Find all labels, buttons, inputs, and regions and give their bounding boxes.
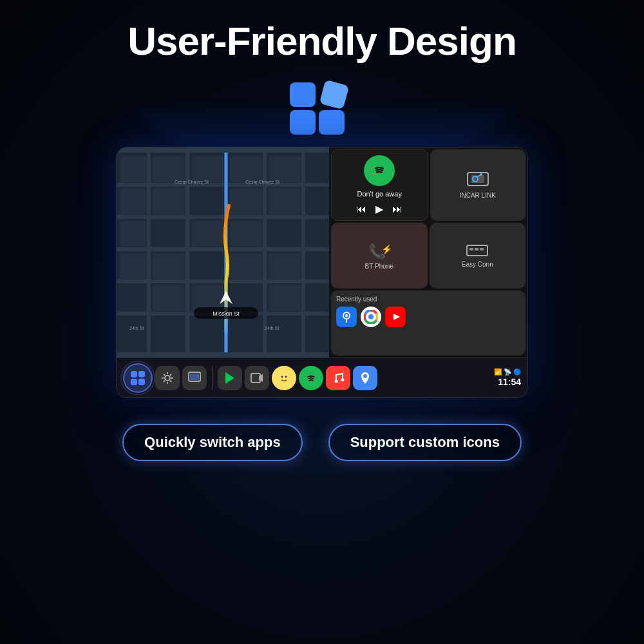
svg-rect-35 [120,285,146,311]
map-area: Mission St Cesar Chavez St Cesar Chavez … [117,147,329,357]
svg-rect-65 [138,371,145,377]
spotify-taskbar-icon[interactable] [299,366,323,390]
svg-rect-21 [153,189,185,214]
svg-marker-71 [225,372,234,384]
svg-point-78 [335,379,338,383]
taskbar: 📶 📡 🔵 11:54 [117,357,527,397]
bt-phone-icon: 📞 ⚡ [367,241,392,260]
page-title: User-Friendly Design [128,19,516,63]
play-icon[interactable]: ▶ [375,203,383,215]
easy-conn-card[interactable]: Easy Conn [430,223,526,289]
svg-rect-36 [153,285,185,311]
maps-app-icon[interactable] [336,307,357,327]
svg-rect-3 [319,80,350,110]
spotify-icon [364,155,395,186]
video-icon[interactable] [245,366,269,390]
taskbar-time-area: 📶 📡 🔵 11:54 [494,368,521,387]
svg-point-80 [363,374,367,378]
svg-rect-56 [469,248,473,251]
svg-point-62 [368,314,374,319]
svg-rect-29 [269,221,301,247]
svg-rect-67 [138,379,145,385]
svg-point-74 [278,372,290,384]
svg-rect-31 [153,253,185,279]
svg-rect-22 [191,189,223,214]
svg-rect-72 [251,374,260,383]
svg-rect-18 [230,156,262,182]
svg-rect-26 [153,221,185,247]
svg-rect-32 [191,253,223,279]
easy-conn-label: Easy Conn [462,261,493,268]
svg-marker-73 [259,374,263,382]
svg-rect-28 [230,221,262,247]
wifi-icon: 📡 [504,368,511,375]
playstore-icon[interactable] [218,366,242,390]
panel-row-1: Don't go away ⏮ ▶ ⏭ [331,149,526,221]
svg-point-52 [480,173,482,176]
svg-rect-39 [269,285,301,311]
svg-rect-17 [191,156,223,182]
right-panel: Don't go away ⏮ ▶ ⏭ [329,147,527,357]
svg-point-75 [281,375,283,377]
signal-icon: 📶 [494,368,502,375]
incar-icon [466,171,489,189]
svg-rect-16 [153,156,185,182]
taskbar-divider [212,366,213,390]
incar-label: INCAR LINK [460,192,496,199]
clock-display: 11:54 [498,377,521,387]
svg-point-79 [341,378,345,381]
panel-row-2: 📞 ⚡ BT Phone [331,223,526,289]
svg-rect-30 [120,253,146,279]
chrome-app-icon[interactable] [361,307,381,327]
svg-rect-58 [480,248,484,251]
svg-text:⚡: ⚡ [381,244,392,255]
emoji-icon[interactable] [272,366,296,390]
bluetooth-icon: 🔵 [513,368,521,375]
settings-icon[interactable] [155,366,180,390]
custom-icons-pill: Support custom icons [328,424,522,461]
spotify-song-text: Don't go away [357,190,402,198]
svg-rect-15 [120,156,146,182]
svg-rect-20 [120,189,146,214]
spotify-card: Don't go away ⏮ ▶ ⏭ [331,149,428,221]
svg-rect-25 [120,221,146,247]
next-icon[interactable]: ⏭ [392,204,402,215]
bt-phone-label: BT Phone [365,263,393,270]
svg-rect-64 [131,371,137,377]
svg-marker-63 [393,314,400,320]
svg-rect-24 [269,189,301,214]
bt-phone-card[interactable]: 📞 ⚡ BT Phone [331,223,428,289]
svg-rect-66 [131,379,137,385]
incar-link-card[interactable]: INCAR LINK [430,149,526,221]
prev-icon[interactable]: ⏮ [356,204,366,215]
svg-text:Cesar Chavez St: Cesar Chavez St [175,180,209,184]
recently-used-label: Recently used [336,296,520,303]
spotify-controls: ⏮ ▶ ⏭ [356,203,402,215]
panel-row-3: Recently used [331,290,526,356]
status-icons: 📶 📡 🔵 [494,368,521,375]
home-button[interactable] [123,363,153,393]
page-wrapper: User-Friendly Design [0,0,644,644]
svg-text:24th St: 24th St [265,326,279,330]
maps-taskbar-icon[interactable] [353,366,377,390]
quickly-switch-pill: Quickly switch apps [122,424,303,461]
recent-apps-icon[interactable] [182,366,207,390]
svg-rect-34 [269,253,301,279]
recently-used-card: Recently used [331,290,526,356]
music-icon[interactable] [326,366,350,390]
svg-rect-70 [190,374,199,380]
svg-text:24th St: 24th St [129,326,144,330]
features-row: Quickly switch apps Support custom icons [122,424,522,461]
svg-rect-19 [269,156,301,182]
svg-point-47 [370,162,388,180]
svg-point-76 [285,375,287,377]
car-screen: Mission St Cesar Chavez St Cesar Chavez … [116,147,528,398]
svg-rect-33 [230,253,262,279]
svg-text:Mission St: Mission St [213,310,240,317]
easy-conn-icon [466,243,489,258]
svg-point-60 [345,314,348,317]
svg-rect-57 [475,248,478,251]
svg-rect-23 [230,189,262,214]
svg-rect-0 [290,82,316,107]
youtube-app-icon[interactable] [385,307,406,327]
